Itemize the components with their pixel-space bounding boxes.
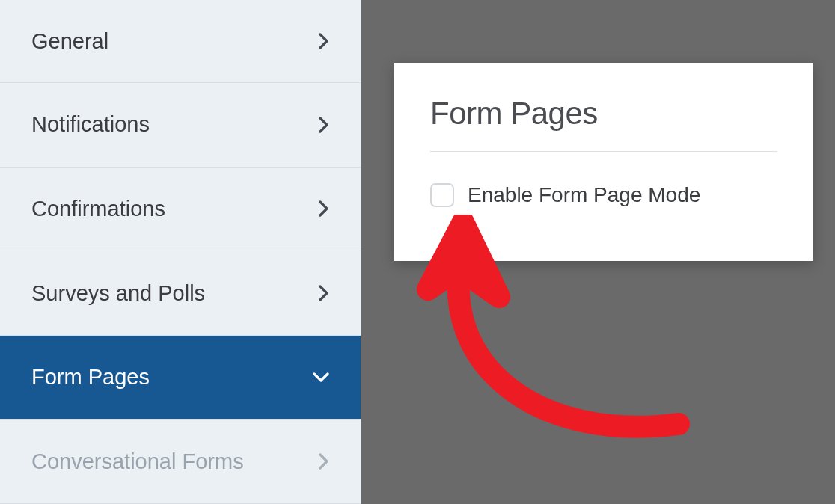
settings-sidebar: General Notifications Confirmations Surv… bbox=[0, 0, 361, 504]
content-area: Form Pages Enable Form Page Mode bbox=[361, 0, 835, 504]
sidebar-item-label: Surveys and Polls bbox=[31, 281, 205, 306]
chevron-right-icon bbox=[319, 453, 329, 470]
sidebar-item-label: Notifications bbox=[31, 112, 150, 137]
enable-form-page-mode-row: Enable Form Page Mode bbox=[430, 183, 777, 207]
sidebar-item-label: General bbox=[31, 29, 108, 54]
sidebar-item-surveys-and-polls[interactable]: Surveys and Polls bbox=[0, 251, 361, 336]
sidebar-item-form-pages[interactable]: Form Pages bbox=[0, 336, 361, 420]
sidebar-item-conversational-forms[interactable]: Conversational Forms bbox=[0, 420, 361, 504]
panel-title: Form Pages bbox=[430, 96, 777, 152]
sidebar-item-notifications[interactable]: Notifications bbox=[0, 83, 361, 168]
checkbox-label: Enable Form Page Mode bbox=[468, 183, 700, 207]
sidebar-item-label: Confirmations bbox=[31, 197, 165, 221]
sidebar-item-label: Conversational Forms bbox=[31, 449, 244, 474]
sidebar-item-label: Form Pages bbox=[31, 365, 150, 390]
chevron-right-icon bbox=[319, 33, 329, 49]
chevron-right-icon bbox=[319, 200, 329, 217]
enable-form-page-mode-checkbox[interactable] bbox=[430, 183, 454, 207]
sidebar-item-general[interactable]: General bbox=[0, 0, 361, 83]
chevron-right-icon bbox=[319, 285, 329, 301]
form-pages-panel: Form Pages Enable Form Page Mode bbox=[394, 63, 813, 261]
sidebar-item-confirmations[interactable]: Confirmations bbox=[0, 168, 361, 252]
chevron-down-icon bbox=[313, 372, 329, 383]
chevron-right-icon bbox=[319, 117, 329, 133]
